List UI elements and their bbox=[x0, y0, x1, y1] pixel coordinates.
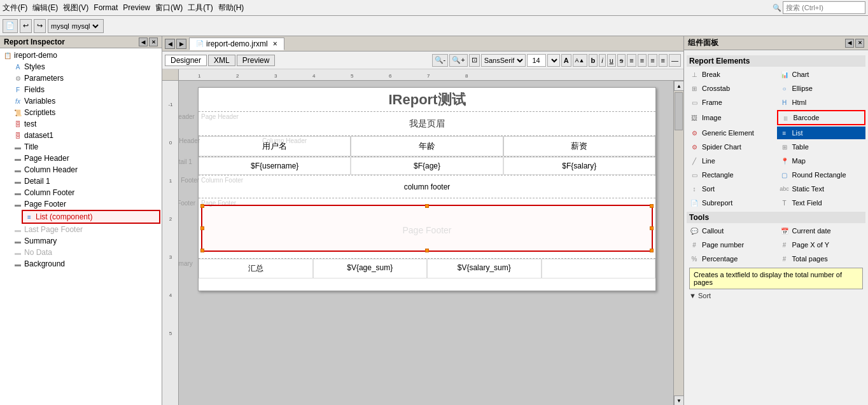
tree-item-title[interactable]: ▬ Title bbox=[11, 141, 160, 153]
tree-item-last-page-footer[interactable]: ▬ Last Page Footer bbox=[11, 224, 160, 235]
tool-callout[interactable]: 💬 Callout bbox=[687, 224, 776, 237]
scroll-thumb[interactable] bbox=[675, 92, 683, 130]
tab-close-btn[interactable]: × bbox=[273, 39, 277, 48]
menu-view[interactable]: 视图(V) bbox=[63, 3, 88, 13]
strikethrough-btn[interactable]: s bbox=[617, 54, 626, 67]
comp-static-text[interactable]: abc Static Text bbox=[777, 182, 866, 195]
panel-close-btn[interactable]: ✕ bbox=[149, 38, 158, 46]
handle-top[interactable] bbox=[425, 204, 429, 208]
indent-btn[interactable]: — bbox=[669, 54, 681, 67]
font-bold-btn[interactable]: A bbox=[561, 54, 571, 67]
menu-preview[interactable]: Preview bbox=[123, 3, 150, 12]
comp-generic[interactable]: ⚙ Generic Element bbox=[687, 127, 776, 139]
bold-btn[interactable]: b bbox=[589, 54, 598, 67]
tree-item-page-header[interactable]: ▬ Page Header bbox=[11, 153, 160, 164]
font-size-select[interactable]: ▼ bbox=[547, 54, 560, 67]
align-center-btn[interactable]: ≡ bbox=[638, 54, 647, 67]
zoom-in-btn[interactable]: 🔍+ bbox=[449, 54, 467, 67]
align-justify-btn[interactable]: ≡ bbox=[659, 54, 668, 67]
handle-right[interactable] bbox=[650, 226, 654, 230]
comp-list[interactable]: ≡ List bbox=[777, 127, 866, 139]
handle-bl[interactable] bbox=[200, 249, 204, 252]
list-component-selected[interactable]: Page Footer bbox=[201, 205, 653, 252]
tree-item-background[interactable]: ▬ Background bbox=[11, 258, 160, 270]
comp-text-field[interactable]: T Text Field bbox=[777, 196, 866, 209]
menu-format[interactable]: Format bbox=[94, 3, 118, 12]
tree-item-list-component[interactable]: ≡ List (component) bbox=[22, 210, 160, 224]
tree-item-column-footer[interactable]: ▬ Column Footer bbox=[11, 187, 160, 198]
handle-tl[interactable] bbox=[200, 204, 204, 208]
tab-nav-prev[interactable]: ◀ bbox=[165, 39, 175, 49]
panel-minimize-btn[interactable]: ◀ bbox=[139, 38, 148, 46]
file-tab[interactable]: 📄 ireport-demo.jrxml × bbox=[189, 38, 284, 50]
new-btn[interactable]: 📄 bbox=[3, 19, 18, 33]
tree-item-column-header[interactable]: ▬ Column Header bbox=[11, 164, 160, 175]
tree-item-scriptlets[interactable]: 📜 Scriptlets bbox=[11, 107, 160, 118]
tree-item-ireport-demo[interactable]: 📋 ireport-demo bbox=[1, 50, 160, 61]
comp-sort[interactable]: ↕ Sort bbox=[687, 182, 776, 195]
db-select[interactable]: mysql bbox=[69, 22, 101, 31]
right-panel-close-btn[interactable]: ✕ bbox=[855, 39, 864, 48]
comp-rectangle[interactable]: ▭ Rectangle bbox=[687, 168, 776, 181]
comp-html[interactable]: H Html bbox=[777, 96, 866, 109]
menu-window[interactable]: 窗口(W) bbox=[155, 3, 183, 13]
tool-percentage[interactable]: % Percentage bbox=[687, 252, 776, 265]
tool-page-x-of-y[interactable]: # Page X of Y bbox=[777, 238, 866, 251]
tab-preview[interactable]: Preview bbox=[237, 55, 276, 66]
canvas-area[interactable]: 1 2 3 4 5 6 7 8 bbox=[162, 69, 683, 405]
align-left-btn[interactable]: ≡ bbox=[627, 54, 636, 67]
comp-chart[interactable]: 📊 Chart bbox=[777, 68, 866, 81]
comp-frame[interactable]: ▭ Frame bbox=[687, 96, 776, 109]
tree-item-fields[interactable]: F Fields bbox=[11, 84, 160, 95]
comp-table[interactable]: ⊞ Table bbox=[777, 141, 866, 153]
handle-tr[interactable] bbox=[650, 204, 654, 208]
font-family-select[interactable]: SansSerif bbox=[481, 54, 526, 67]
tab-designer[interactable]: Designer bbox=[165, 55, 207, 66]
menu-tools[interactable]: 工具(T) bbox=[188, 3, 213, 13]
comp-spider[interactable]: ⚙ Spider Chart bbox=[687, 141, 776, 153]
handle-bottom[interactable] bbox=[425, 249, 429, 252]
comp-image[interactable]: 🖼 Image bbox=[687, 110, 776, 125]
comp-subreport[interactable]: 📄 Subreport bbox=[687, 196, 776, 209]
search-input[interactable] bbox=[783, 1, 865, 14]
handle-left[interactable] bbox=[200, 226, 204, 230]
comp-round-rect[interactable]: ▢ Round Rectangle bbox=[777, 168, 866, 181]
comp-break[interactable]: ⊥ Break bbox=[687, 68, 776, 81]
zoom-out-btn[interactable]: 🔍- bbox=[432, 54, 449, 67]
comp-crosstab[interactable]: ⊞ Crosstab bbox=[687, 82, 776, 95]
tree-item-parameters[interactable]: ⚙ Parameters bbox=[11, 72, 160, 84]
tool-current-date[interactable]: 📅 Current date bbox=[777, 224, 866, 237]
tree-item-test[interactable]: 🗄 test bbox=[11, 118, 160, 130]
menu-help[interactable]: 帮助(H) bbox=[218, 3, 244, 13]
tool-total-pages[interactable]: # Total pages bbox=[777, 252, 866, 265]
font-size-input[interactable] bbox=[527, 54, 546, 67]
tree-item-styles[interactable]: A Styles bbox=[11, 61, 160, 72]
db-btn[interactable]: mysql mysql bbox=[48, 19, 104, 33]
scroll-down-btn[interactable]: ▼ bbox=[674, 395, 683, 405]
tool-page-number[interactable]: # Page number bbox=[687, 238, 776, 251]
tree-item-summary[interactable]: ▬ Summary bbox=[11, 235, 160, 247]
tree-item-variables[interactable]: fx Variables bbox=[11, 95, 160, 107]
back-btn[interactable]: ↪ bbox=[34, 19, 46, 33]
tree-item-no-data[interactable]: ▬ No Data bbox=[11, 247, 160, 258]
tab-nav-next[interactable]: ▶ bbox=[176, 39, 186, 49]
italic-btn[interactable]: i bbox=[599, 54, 605, 67]
handle-br[interactable] bbox=[650, 249, 654, 252]
comp-line[interactable]: ╱ Line bbox=[687, 154, 776, 167]
tab-xml[interactable]: XML bbox=[208, 55, 235, 66]
font-size-up-btn[interactable]: A▲ bbox=[573, 54, 587, 67]
menu-edit[interactable]: 编辑(E) bbox=[32, 3, 58, 13]
right-panel-minimize-btn[interactable]: ◀ bbox=[845, 39, 854, 48]
comp-ellipse[interactable]: ○ Ellipse bbox=[777, 82, 866, 95]
open-btn[interactable]: ↩ bbox=[20, 19, 32, 33]
vertical-scrollbar[interactable]: ▲ ▼ bbox=[673, 81, 683, 405]
scroll-up-btn[interactable]: ▲ bbox=[674, 81, 683, 91]
menu-file[interactable]: 文件(F) bbox=[3, 3, 27, 13]
tree-item-page-footer[interactable]: ▬ Page Footer bbox=[11, 198, 160, 210]
tree-item-detail1[interactable]: ▬ Detail 1 bbox=[11, 175, 160, 187]
underline-btn[interactable]: u bbox=[607, 54, 616, 67]
tree-item-dataset1[interactable]: 🗄 dataset1 bbox=[11, 130, 160, 141]
comp-map[interactable]: 📍 Map bbox=[777, 154, 866, 167]
zoom-fit-btn[interactable]: ⊡ bbox=[469, 54, 480, 67]
align-right-btn[interactable]: ≡ bbox=[648, 54, 657, 67]
